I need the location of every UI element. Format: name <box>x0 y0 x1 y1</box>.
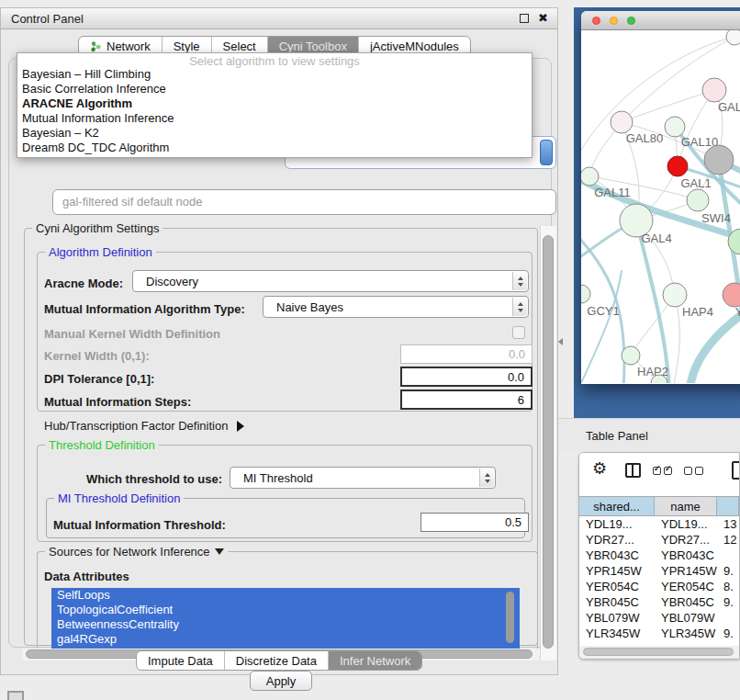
attribute-item[interactable]: BetweennessCentrality <box>51 617 520 632</box>
network-node[interactable] <box>726 30 740 45</box>
kernel-width-label: Kernel Width (0,1): <box>44 349 150 363</box>
network-view-window[interactable]: GALGAL80GAL10GAL1GAL11SWI4GAL4GCY1HAP4YH… <box>581 11 740 384</box>
table-cell: YDR27... <box>655 532 717 548</box>
new-table-icon[interactable] <box>732 461 740 480</box>
dpi-tolerance-field[interactable]: 0.0 <box>400 367 533 387</box>
manual-kernel-checkbox[interactable] <box>512 326 525 339</box>
which-threshold-combobox[interactable]: MI Threshold <box>230 467 496 489</box>
table-scrollbar-thumb[interactable] <box>583 648 734 656</box>
table-panel-window: ⚙ shared...name YDL19...YDL19...13YDR27.… <box>578 452 740 660</box>
network-window-titlebar[interactable] <box>581 11 740 30</box>
screen: Control Panel ✖ NetworkStyleSelectCyni T… <box>0 0 740 700</box>
list-scrollbar-thumb[interactable] <box>506 592 514 643</box>
attribute-item[interactable]: TopologicalCoefficient <box>51 603 520 617</box>
minimized-panel-icon[interactable] <box>7 691 24 700</box>
spinner-arrows-icon[interactable] <box>512 272 527 290</box>
columns-icon[interactable] <box>625 463 641 478</box>
tab-impute-data[interactable]: Impute Data <box>137 651 224 670</box>
table-horizontal-scrollbar[interactable] <box>579 646 739 659</box>
node-label-gal1: GAL1 <box>680 176 711 190</box>
network-canvas[interactable]: GALGAL80GAL10GAL1GAL11SWI4GAL4GCY1HAP4YH… <box>581 30 740 383</box>
network-node-gcy1[interactable] <box>581 285 590 303</box>
tab-label: Infer Network <box>340 654 410 668</box>
hub-definition-expander[interactable]: Hub/Transcription Factor Definition <box>44 419 244 433</box>
node-label-gal80: GAL80 <box>626 131 663 145</box>
aracne-mode-combobox[interactable]: Discovery <box>132 270 529 292</box>
zoom-traffic-light[interactable] <box>627 17 635 25</box>
network-source-combobox[interactable]: gal-filtered sif default node <box>52 189 556 215</box>
column-header[interactable]: name <box>655 497 717 515</box>
float-window-icon[interactable] <box>520 14 529 23</box>
apply-button[interactable]: Apply <box>250 671 312 691</box>
node-label-swi4: SWI4 <box>701 211 731 225</box>
which-threshold-value: MI Threshold <box>243 471 313 485</box>
mi-type-combobox[interactable]: Naive Bayes <box>263 296 529 318</box>
attribute-item[interactable]: SelfLoops <box>51 588 520 603</box>
mi-steps-label: Mutual Information Steps: <box>44 395 191 409</box>
table-cell: 9. <box>717 563 739 579</box>
control-panel-titlebar: Control Panel ✖ <box>1 8 557 29</box>
node-label-gal11: GAL11 <box>594 186 631 199</box>
table-cell: 9. <box>717 594 739 610</box>
network-node-swi4[interactable] <box>687 189 709 211</box>
network-node-hap4[interactable] <box>663 283 687 307</box>
splitter-collapse-icon[interactable] <box>558 338 563 345</box>
tab-infer-network[interactable]: Infer Network <box>328 651 421 670</box>
table-cell: YIL052C <box>655 641 717 645</box>
aracne-mode-value: Discovery <box>146 275 198 288</box>
table-row[interactable]: YIL052CYIL052C9. <box>579 641 739 645</box>
select-all-checkboxes-icon[interactable] <box>653 467 672 475</box>
column-header[interactable]: shared... <box>579 497 655 515</box>
algorithm-option[interactable]: Mutual Information Inference <box>17 111 532 126</box>
data-attributes-list[interactable]: SelfLoopsTopologicalCoefficientBetweenne… <box>51 588 520 649</box>
tab-label: Network <box>107 40 151 53</box>
vertical-scrollbar-thumb[interactable] <box>543 235 554 649</box>
mi-steps-field[interactable]: 6 <box>400 390 533 410</box>
close-traffic-light[interactable] <box>592 17 600 25</box>
close-icon[interactable]: ✖ <box>538 11 548 25</box>
settings-vertical-scrollbar[interactable] <box>540 226 556 660</box>
network-node-hap2[interactable] <box>622 346 640 365</box>
network-node-gal1[interactable] <box>667 156 688 176</box>
table-row[interactable]: YER054CYER054C8. <box>579 579 739 594</box>
attribute-item[interactable]: gal4RGexp <box>51 632 520 647</box>
table-row[interactable]: YLR345WYLR345W9. <box>579 626 739 641</box>
table-row[interactable]: YDL19...YDL19...13 <box>579 516 739 532</box>
tab-label: Style <box>174 40 200 53</box>
network-node[interactable] <box>704 145 734 175</box>
algorithm-option[interactable]: Bayesian – Hill Climbing <box>17 67 532 82</box>
spinner-arrows-icon[interactable] <box>512 298 527 316</box>
network-node-y[interactable] <box>723 283 740 307</box>
table-cell: 13 <box>717 516 739 532</box>
network-node-gal11[interactable] <box>581 167 599 186</box>
mi-steps-value: 6 <box>518 393 524 407</box>
table-cell: 9. <box>717 626 739 641</box>
table-row[interactable]: YBR045CYBR045C9. <box>579 594 739 610</box>
spinner-arrows-icon[interactable] <box>479 469 494 487</box>
table-row[interactable]: YDR27...YDR27...12 <box>579 532 739 548</box>
deselect-all-checkboxes-icon[interactable] <box>684 467 703 475</box>
table-row[interactable]: YBL079WYBL079W <box>579 610 739 626</box>
algorithm-option[interactable]: ARACNE Algorithm <box>17 96 532 111</box>
table-row[interactable]: YBR043CYBR043C <box>579 548 739 563</box>
algorithm-option[interactable]: Dream8 DC_TDC Algorithm <box>17 141 532 155</box>
tab-discretize-data[interactable]: Discretize Data <box>224 651 328 670</box>
table-cell: YPR145W <box>655 563 717 579</box>
table-toolbar: ⚙ <box>579 453 739 496</box>
algorithm-option[interactable]: Basic Correlation Inference <box>17 82 532 96</box>
which-threshold-label: Which threshold to use: <box>86 472 222 486</box>
gear-icon[interactable]: ⚙ <box>592 458 607 478</box>
mi-threshold-field[interactable]: 0.5 <box>420 513 529 532</box>
collapse-arrow-icon <box>215 548 224 555</box>
column-header[interactable] <box>717 497 739 515</box>
kernel-width-field[interactable]: 0.0 <box>400 344 533 364</box>
table-row[interactable]: YPR145WYPR145W9. <box>579 563 739 579</box>
network-node-gal80[interactable] <box>611 111 633 133</box>
network-node-gal[interactable] <box>702 78 726 102</box>
minimize-traffic-light[interactable] <box>610 17 618 25</box>
algorithm-option[interactable]: Bayesian – K2 <box>17 126 532 141</box>
network-node-gal10[interactable] <box>665 117 685 137</box>
table-cell: YIL052C <box>579 641 655 645</box>
table-cell: YBR045C <box>579 594 655 610</box>
sources-group-title[interactable]: Sources for Network Inference <box>45 545 228 559</box>
